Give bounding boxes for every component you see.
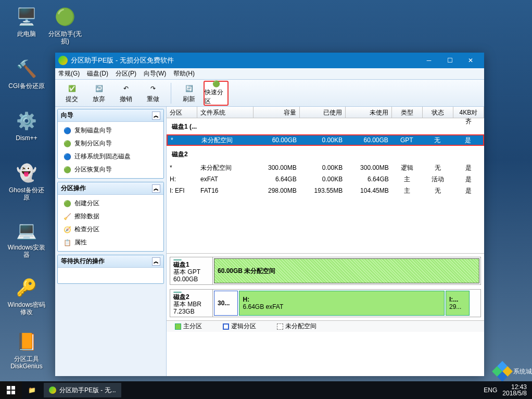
partition-list: 磁盘1 (...*未分配空间60.00GB0.00KB60.00GBGPT无是磁… — [167, 118, 484, 254]
taskbar-app[interactable]: 分区助手PE版 - 无... — [44, 383, 121, 397]
desktop-icon-pc[interactable]: 🖥️此电脑 — [7, 4, 46, 38]
clock[interactable]: 12:43 2018/5/8 — [502, 384, 527, 396]
column-header[interactable]: 4KB对齐 — [453, 107, 484, 118]
sidebar-item[interactable]: 🔵复制磁盘向导 — [58, 124, 163, 137]
sidebar-item[interactable]: 🟢创建分区 — [58, 197, 163, 210]
icon-label: Windows密码修改 — [7, 301, 46, 316]
desktop-icon-dism[interactable]: ⚙️Dism++ — [7, 108, 46, 142]
dism-icon: ⚙️ — [14, 108, 39, 133]
item-icon: 🔵 — [63, 127, 71, 135]
disk-box[interactable]: 磁盘1基本 GPT60.00GB60.00GB 未分配空间 — [170, 257, 481, 285]
toolbar: ✅提交↩️放弃↶撤销↷重做🔄刷新🟢快速分区 — [55, 80, 484, 107]
panel-title: 向导 — [61, 111, 73, 120]
column-header[interactable]: 容量 — [254, 107, 300, 118]
sidebar-item[interactable]: 🟢分区恢复向导 — [58, 163, 163, 176]
column-header[interactable]: 已使用 — [300, 107, 346, 118]
column-header[interactable]: 状态 — [423, 107, 453, 118]
close-button[interactable]: ✕ — [460, 53, 481, 68]
sidebar-item[interactable]: 📋属性 — [58, 236, 163, 249]
column-header[interactable]: 未使用 — [346, 107, 392, 118]
panel-title: 等待执行的操作 — [61, 257, 105, 266]
desktop-icon-winpwd[interactable]: 🔑Windows密码修改 — [7, 275, 46, 316]
icon-label: Windows安装器 — [7, 244, 46, 258]
menu-item[interactable]: 分区(P) — [116, 69, 136, 78]
table-row[interactable]: I: EFIFAT16298.00MB193.55MB104.45MB主无是 — [167, 185, 484, 196]
undo-button[interactable]: ↶撤销 — [113, 81, 138, 106]
menu-item[interactable]: 磁盘(D) — [87, 69, 108, 78]
commit-icon: ✅ — [66, 83, 78, 94]
item-icon: 🧹 — [63, 213, 71, 221]
sidebar: 向导 ︽ 🔵复制磁盘向导🟢复制分区向导🔵迁移系统到固态磁盘🟢分区恢复向导 分区操… — [55, 107, 167, 376]
maximize-button[interactable]: ☐ — [439, 53, 460, 68]
sidebar-item[interactable]: 🟢复制分区向导 — [58, 137, 163, 150]
desktop-icon-dg[interactable]: 📙分区工具DiskGenius — [7, 329, 46, 370]
sidebar-item[interactable]: 🧭检查分区 — [58, 223, 163, 236]
disk-title[interactable]: 磁盘2 — [167, 146, 484, 162]
table-row[interactable]: H:exFAT6.64GB0.00KB6.64GB主活动是 — [167, 173, 484, 185]
quick-button[interactable]: 🟢快速分区 — [204, 81, 229, 106]
titlebar[interactable]: 分区助手PE版 - 无损分区免费软件 ─ ☐ ✕ — [55, 53, 484, 68]
partition-block[interactable]: 60.00GB 未分配空间 — [214, 258, 479, 283]
refresh-button[interactable]: 🔄刷新 — [176, 81, 201, 106]
winpwd-icon: 🔑 — [14, 275, 39, 300]
commit-button[interactable]: ✅提交 — [59, 81, 84, 106]
ghost-icon: 👻 — [14, 160, 39, 185]
desktop-icon-cgi[interactable]: 🔨CGI备份还原 — [7, 56, 46, 90]
column-header[interactable]: 类型 — [392, 107, 423, 118]
panel-title: 分区操作 — [61, 184, 86, 193]
icon-label: Dism++ — [7, 134, 46, 142]
collapse-icon[interactable]: ︽ — [152, 257, 160, 266]
taskbar-explorer-icon[interactable]: 📁 — [22, 381, 42, 399]
redo-button[interactable]: ↷重做 — [141, 81, 166, 106]
quick-icon: 🟢 — [210, 80, 222, 88]
table-row[interactable]: *未分配空间60.00GB0.00KB60.00GBGPT无是 — [167, 134, 484, 146]
panel-ops: 分区操作 ︽ 🟢创建分区🧹擦除数据🧭检查分区📋属性 — [57, 182, 164, 252]
column-header[interactable]: 分区 — [167, 107, 197, 118]
discard-icon: ↩️ — [93, 83, 105, 94]
wininst-icon: 💻 — [14, 218, 39, 243]
discard-button[interactable]: ↩️放弃 — [86, 81, 111, 106]
disk-icon — [173, 259, 182, 260]
menubar: 常规(G)磁盘(D)分区(P)向导(W)帮助(H) — [55, 68, 484, 80]
menu-item[interactable]: 常规(G) — [58, 69, 80, 78]
list-header: 分区文件系统容量已使用未使用类型状态4KB对齐 — [167, 107, 484, 118]
redo-icon: ↷ — [147, 83, 159, 94]
column-header[interactable]: 文件系统 — [197, 107, 254, 118]
sidebar-item[interactable]: 🧹擦除数据 — [58, 210, 163, 223]
item-icon: 🟢 — [63, 140, 71, 148]
partition-block[interactable]: 30... — [214, 291, 238, 316]
app-window: 分区助手PE版 - 无损分区免费软件 ─ ☐ ✕ 常规(G)磁盘(D)分区(P)… — [55, 53, 484, 376]
item-label: 检查分区 — [74, 225, 99, 234]
disk-title[interactable]: 磁盘1 (... — [167, 118, 484, 134]
menu-item[interactable]: 向导(W) — [144, 69, 166, 78]
desktop-icon-wininst[interactable]: 💻Windows安装器 — [7, 218, 46, 258]
desktop-icon-pa[interactable]: 🟢分区助手(无损) — [46, 4, 84, 45]
collapse-icon[interactable]: ︽ — [152, 184, 160, 193]
panel-body-wizard: 🔵复制磁盘向导🟢复制分区向导🔵迁移系统到固态磁盘🟢分区恢复向导 — [58, 122, 163, 178]
table-row[interactable]: *未分配空间300.00MB0.00KB300.00MB逻辑无是 — [167, 162, 484, 173]
svg-rect-0 — [7, 386, 10, 390]
refresh-icon: 🔄 — [183, 83, 195, 94]
svg-rect-1 — [11, 386, 15, 390]
window-title: 分区助手PE版 - 无损分区免费软件 — [71, 56, 419, 65]
start-button[interactable] — [0, 381, 22, 399]
item-icon: 🟢 — [63, 200, 71, 208]
collapse-icon[interactable]: ︽ — [152, 111, 160, 120]
panel-body-ops: 🟢创建分区🧹擦除数据🧭检查分区📋属性 — [58, 195, 163, 251]
app-icon — [58, 56, 68, 65]
partition-block[interactable]: H:6.64GB exFAT — [239, 291, 444, 316]
legend-primary: 主分区 — [183, 322, 202, 331]
language-indicator[interactable]: ENG — [484, 386, 497, 394]
sidebar-item[interactable]: 🔵迁移系统到固态磁盘 — [58, 150, 163, 163]
icon-label: 此电脑 — [7, 30, 46, 38]
item-icon: 🔵 — [63, 153, 71, 161]
desktop-icon-ghost[interactable]: 👻Ghost备份还原 — [7, 160, 46, 201]
system-tray[interactable]: ENG 12:43 2018/5/8 — [478, 384, 532, 396]
taskbar: 📁 分区助手PE版 - 无... ENG 12:43 2018/5/8 — [0, 381, 532, 399]
taskbar-app-label: 分区助手PE版 - 无... — [59, 386, 116, 395]
dg-icon: 📙 — [14, 329, 39, 354]
menu-item[interactable]: 帮助(H) — [173, 69, 195, 78]
minimize-button[interactable]: ─ — [419, 53, 439, 68]
disk-box[interactable]: 磁盘2基本 MBR7.23GB30...H:6.64GB exFATI:...2… — [170, 289, 481, 317]
partition-block[interactable]: I:...29... — [446, 291, 470, 316]
